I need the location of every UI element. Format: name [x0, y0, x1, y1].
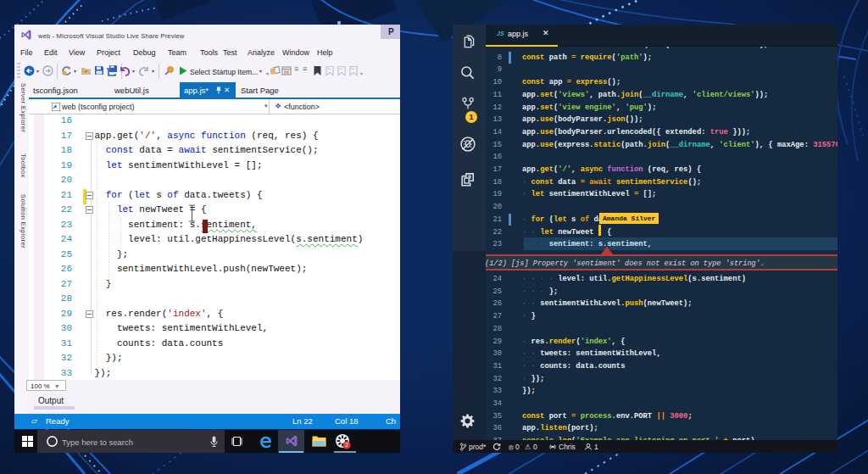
svg-text:2: 2: [345, 442, 348, 448]
